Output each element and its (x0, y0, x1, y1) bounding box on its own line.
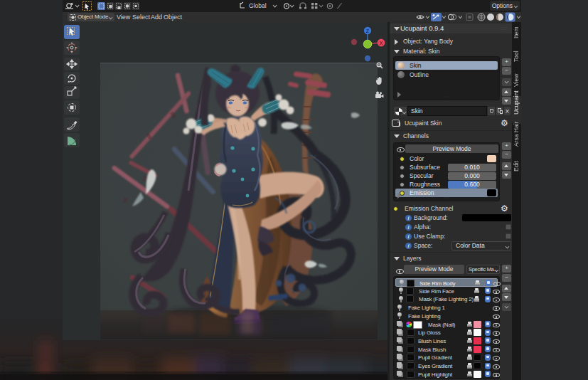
svg-text:Global: Global (249, 2, 267, 9)
svg-text:X: X (380, 41, 383, 46)
svg-text:Z: Z (366, 28, 370, 33)
